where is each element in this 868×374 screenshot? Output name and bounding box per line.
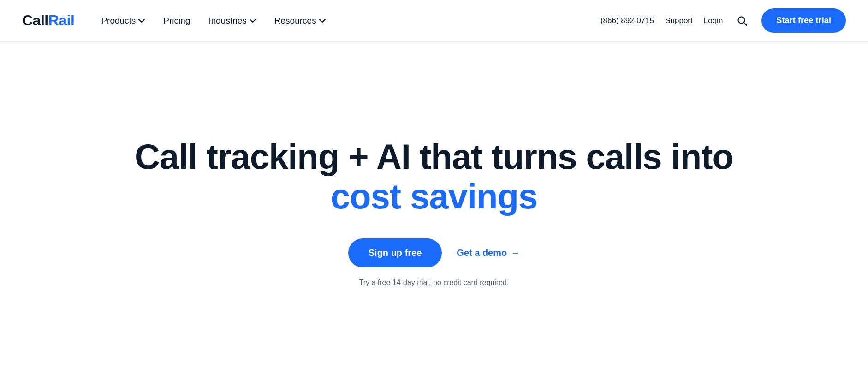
demo-link[interactable]: Get a demo →	[457, 248, 520, 258]
nav-item-resources[interactable]: Resources	[266, 11, 334, 30]
signup-button[interactable]: Sign up free	[348, 238, 442, 267]
hero-actions: Sign up free Get a demo →	[348, 238, 520, 267]
site-header: CallRail Products Pricing Industries	[0, 0, 868, 42]
hero-section: Call tracking + AI that turns calls into…	[0, 42, 868, 374]
hero-title-line1: Call tracking + AI that turns calls into	[135, 137, 733, 176]
hero-title: Call tracking + AI that turns calls into…	[135, 137, 733, 238]
hero-subtext: Try a free 14-day trial, no credit card …	[359, 279, 509, 287]
chevron-down-icon	[319, 18, 326, 24]
logo-call: Call	[22, 12, 48, 29]
nav-item-products[interactable]: Products	[93, 11, 153, 30]
header-right: (866) 892-0715 Support Login Start free …	[600, 8, 846, 33]
nav-label-products: Products	[101, 16, 136, 26]
start-trial-button[interactable]: Start free trial	[761, 8, 846, 33]
arrow-icon: →	[511, 248, 520, 258]
search-icon	[737, 15, 748, 26]
hero-title-line2: cost savings	[135, 176, 733, 216]
nav-label-resources: Resources	[274, 16, 316, 26]
nav-item-industries[interactable]: Industries	[200, 11, 264, 30]
logo[interactable]: CallRail	[22, 12, 74, 29]
logo-rail: Rail	[48, 12, 75, 29]
nav-label-industries: Industries	[208, 16, 246, 26]
login-link[interactable]: Login	[704, 16, 723, 25]
main-nav: Products Pricing Industries Resources	[93, 11, 600, 30]
demo-link-text: Get a demo	[457, 248, 507, 258]
chevron-down-icon	[250, 18, 256, 24]
nav-label-pricing: Pricing	[163, 16, 190, 26]
chevron-down-icon	[138, 18, 145, 24]
hero-content: Call tracking + AI that turns calls into…	[0, 42, 868, 374]
search-button[interactable]	[734, 12, 750, 29]
phone-number: (866) 892-0715	[600, 16, 654, 25]
nav-item-pricing[interactable]: Pricing	[155, 11, 198, 30]
support-link[interactable]: Support	[665, 16, 693, 25]
svg-line-1	[744, 23, 747, 25]
